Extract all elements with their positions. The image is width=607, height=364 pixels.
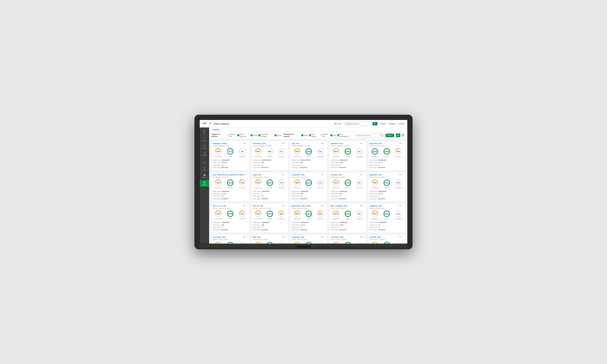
support-link[interactable]: Support	[388, 122, 396, 125]
eye-icon[interactable]: 👁	[282, 143, 284, 144]
global-search-input[interactable]	[344, 122, 372, 125]
eye-icon[interactable]: 👁	[360, 205, 362, 207]
field-count-row: Field Count: 4	[253, 164, 287, 166]
eye-icon[interactable]: 👁	[243, 143, 245, 144]
sidebar-item-source[interactable]: ⬡ Source	[200, 136, 209, 143]
eye-icon[interactable]: 👁	[360, 143, 362, 144]
eye-icon[interactable]: 👁	[399, 236, 401, 238]
sidebar-item-ops[interactable]: ⊞ Ops	[200, 129, 209, 135]
card-title[interactable]: country_dim	[370, 236, 381, 238]
catalog-card: film_category_dim 👁 ⋮ Source: jm2_iot_de…	[329, 203, 366, 233]
more-icon[interactable]: ⋮	[285, 236, 287, 238]
sidebar-item-publish[interactable]: ↑ Publish	[200, 158, 209, 165]
card-title[interactable]: staff_dim	[253, 174, 261, 176]
cart-link[interactable]: My Cart	[334, 122, 342, 125]
cb-select-all-attr[interactable]: Select All	[321, 133, 330, 137]
eye-icon[interactable]: 👁	[282, 174, 284, 176]
card-metrics: 50% Operational 100% Quality 0% Pop	[370, 179, 404, 188]
card-title[interactable]: customer_dim	[292, 174, 305, 176]
cb-data-sources[interactable]: Data Sources	[237, 133, 250, 137]
search-name-button[interactable]: 🔍	[380, 134, 383, 137]
cb-select-all[interactable]: Select All	[227, 133, 237, 137]
more-icon[interactable]: ⋮	[246, 174, 248, 176]
more-icon[interactable]: ⋮	[402, 236, 404, 238]
cb-fields-label: Fields	[253, 134, 258, 136]
card-title[interactable]: jm2_transformed_payments_table	[213, 174, 243, 176]
list-view-button[interactable]: ☰	[401, 133, 405, 137]
more-icon[interactable]: ⋮	[363, 174, 365, 176]
global-search-button[interactable]: 🔍	[372, 122, 378, 125]
eye-icon[interactable]: 👁	[360, 174, 362, 176]
card-title[interactable]: film_category_dim	[330, 205, 347, 207]
more-icon[interactable]: ⋮	[246, 143, 248, 144]
eye-icon[interactable]: 👁	[243, 236, 245, 238]
sidebar-item-catalog[interactable]: ⊞ Catalog	[200, 180, 209, 187]
cb-fields[interactable]: Fields	[251, 134, 258, 136]
eye-icon[interactable]: 👁	[321, 205, 323, 207]
filters-button[interactable]: Filters	[385, 134, 394, 137]
admin-link[interactable]: Admin	[380, 122, 386, 125]
more-icon[interactable]: ⋮	[285, 143, 287, 144]
sidebar-item-prepare[interactable]: ☰ Prepare	[200, 151, 209, 157]
card-title[interactable]: inventory_dim	[253, 143, 266, 144]
eye-icon[interactable]: 👁	[321, 143, 323, 144]
cb-qvds[interactable]: QVDs	[275, 134, 282, 136]
sidebar-item-security[interactable]: 🔒 Security	[200, 172, 209, 179]
card-title[interactable]: category_dim	[370, 205, 382, 207]
card-title[interactable]: customer_dim	[330, 236, 343, 238]
user-menu[interactable]: rarotyr	[398, 122, 405, 125]
metric-quality: N/A Quality	[266, 148, 274, 157]
card-title[interactable]: language_dim	[292, 236, 304, 238]
cb-tags[interactable]: Tags	[330, 134, 337, 136]
eye-icon[interactable]: 👁	[399, 143, 401, 144]
entity-level-val: MANAGED	[340, 190, 348, 193]
eye-icon[interactable]: 👁	[321, 174, 323, 176]
eye-icon[interactable]: 👁	[321, 236, 323, 238]
eye-icon[interactable]: 👁	[243, 174, 245, 176]
more-icon[interactable]: ⋮	[324, 143, 326, 144]
operational-value: 50%	[373, 182, 377, 183]
cb-name[interactable]: Name	[301, 134, 308, 136]
card-header: jm2_transformed_payments_table 👁 ⋮	[213, 174, 248, 176]
more-icon[interactable]: ⋮	[402, 205, 404, 207]
entity-level-key: Entity Level:	[253, 221, 261, 224]
more-icon[interactable]: ⋮	[324, 236, 326, 238]
card-title[interactable]: country_dim	[330, 174, 342, 176]
more-icon[interactable]: ⋮	[246, 236, 248, 238]
eye-icon[interactable]: 👁	[360, 236, 362, 238]
card-title[interactable]: inventory_dim	[213, 236, 226, 238]
eye-icon[interactable]: 👁	[399, 174, 401, 176]
more-icon[interactable]: ⋮	[363, 205, 365, 207]
card-title[interactable]: film_id_100	[253, 205, 263, 207]
more-icon[interactable]: ⋮	[324, 174, 326, 176]
eye-icon[interactable]: 👁	[243, 205, 245, 207]
more-icon[interactable]: ⋮	[285, 205, 287, 207]
card-title[interactable]: payment_fact	[330, 143, 343, 144]
grid-view-button[interactable]: ⊞	[396, 133, 400, 137]
cb-bus-name[interactable]: Bus. Name	[309, 133, 320, 137]
more-icon[interactable]: ⋮	[363, 236, 365, 238]
eye-icon[interactable]: 👁	[282, 205, 284, 207]
more-icon[interactable]: ⋮	[285, 174, 287, 176]
more-icon[interactable]: ⋮	[402, 143, 404, 144]
more-icon[interactable]: ⋮	[402, 174, 404, 176]
card-title[interactable]: payment_fact	[370, 174, 382, 176]
eye-icon[interactable]: 👁	[282, 236, 284, 238]
more-icon[interactable]: ⋮	[324, 205, 326, 207]
global-search-bar[interactable]: 🔍	[344, 122, 378, 126]
search-name-input[interactable]	[356, 134, 380, 137]
cb-bus-description[interactable]: Bus. Description	[337, 133, 352, 137]
sidebar-item-scheduler[interactable]: ◷ Scheduler	[200, 165, 209, 172]
more-icon[interactable]: ⋮	[363, 143, 365, 144]
card-title[interactable]: films_id_1_100	[213, 205, 226, 207]
cb-standard-entities[interactable]: Standard Entities	[258, 133, 274, 137]
sidebar-item-discover[interactable]: ◎ Discover	[200, 143, 209, 150]
more-icon[interactable]: ⋮	[246, 205, 248, 207]
card-title[interactable]: tmanglac_Sales	[213, 143, 227, 144]
card-title[interactable]: film_dim	[253, 236, 261, 238]
card-title[interactable]: payment_fact	[370, 143, 382, 144]
search-name-bar[interactable]: 🔍	[356, 134, 383, 137]
eye-icon[interactable]: 👁	[399, 205, 401, 207]
card-title[interactable]: payments_with_dims	[292, 205, 311, 207]
card-title[interactable]: city_dim	[292, 143, 299, 144]
